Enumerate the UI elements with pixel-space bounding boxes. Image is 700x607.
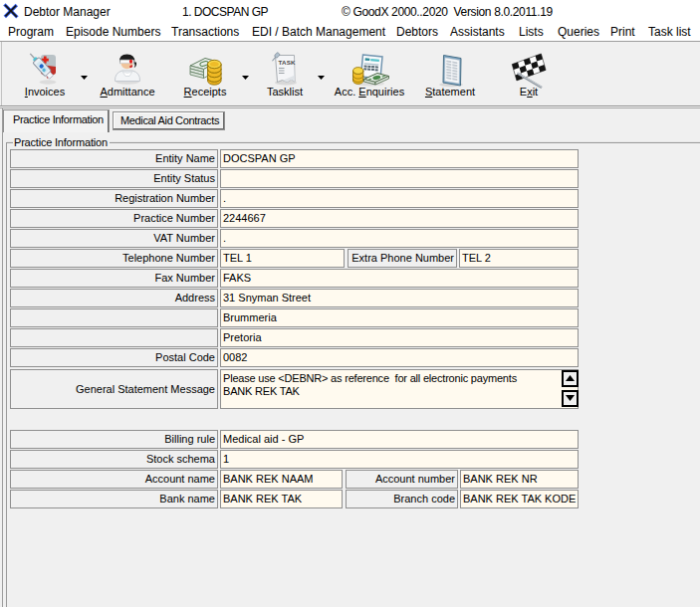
svg-text:TASK: TASK: [279, 59, 297, 66]
